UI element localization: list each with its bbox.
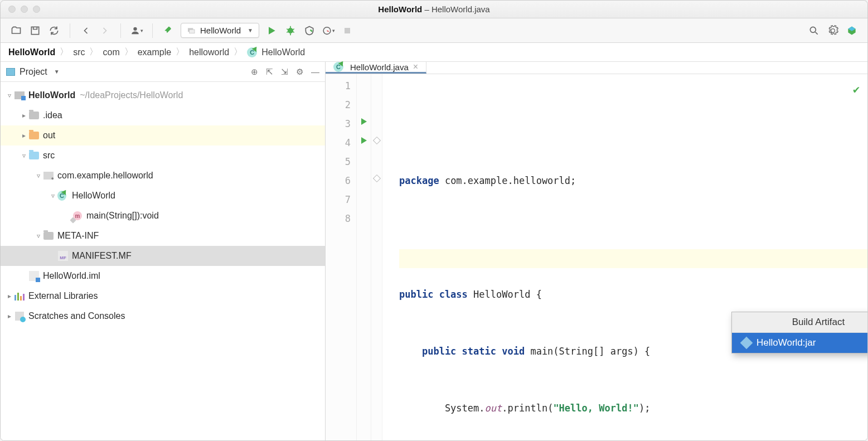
sidebar-header: Project ▼ ⊕ ⇱ ⇲ ⚙ —: [1, 62, 325, 82]
library-icon: [14, 292, 25, 301]
project-view-label[interactable]: Project: [20, 67, 47, 77]
chevron-down-icon: ▼: [248, 27, 253, 33]
collapse-all-icon[interactable]: ⇲: [281, 67, 288, 77]
line-gutter: 12345678: [326, 74, 357, 441]
tree-item-metainf[interactable]: ▿ META-INF: [1, 226, 325, 246]
folder-icon: [43, 232, 54, 240]
close-tab-icon[interactable]: ×: [413, 62, 418, 72]
run-config-selector[interactable]: HelloWorld ▼: [181, 23, 259, 38]
tree-item-external-libs[interactable]: ▸ External Libraries: [1, 286, 325, 306]
expand-all-icon[interactable]: ⇱: [266, 67, 273, 77]
inspection-ok-icon[interactable]: ✔: [853, 80, 860, 99]
class-icon: C: [247, 47, 257, 57]
svg-rect-0: [31, 27, 38, 34]
icon-gutter: [357, 74, 371, 441]
profile-icon[interactable]: ▾: [322, 24, 335, 37]
override-icon[interactable]: [372, 175, 380, 182]
breadcrumb-bar: HelloWorld 〉 src 〉 com 〉 example 〉 hello…: [1, 43, 867, 62]
save-icon[interactable]: [28, 24, 42, 37]
main-toolbar: ▾ HelloWorld ▼ ▾: [1, 18, 867, 43]
class-icon: C: [57, 191, 66, 201]
tree-item-idea[interactable]: ▸ .idea: [1, 105, 325, 125]
gear-icon[interactable]: ⚙: [296, 67, 303, 77]
build-artifact-menu: Build Artifact HelloWorld:jar ▶: [731, 312, 868, 353]
iml-icon: [29, 271, 39, 281]
avatar-icon[interactable]: ▾: [130, 24, 143, 37]
project-view-icon: [6, 68, 15, 76]
svg-rect-6: [345, 28, 350, 33]
tree-item-out[interactable]: ▸ out: [1, 125, 325, 146]
chevron-right-icon: 〉: [231, 46, 245, 58]
build-icon[interactable]: [162, 24, 175, 37]
breadcrumb-item[interactable]: HelloWorld: [8, 47, 55, 57]
select-opened-icon[interactable]: ⊕: [251, 67, 258, 77]
chevron-right-icon: 〉: [87, 46, 100, 58]
editor-area: C HelloWorld.java × 12345678 package com…: [326, 62, 867, 440]
code-editor[interactable]: 12345678 package com.example.helloworld;…: [326, 74, 867, 441]
breadcrumb-item[interactable]: example: [138, 47, 171, 57]
window-titlebar: HelloWorld – HelloWorld.java: [1, 1, 867, 18]
chevron-right-icon: 〉: [173, 46, 187, 58]
jetbrains-icon[interactable]: [845, 24, 859, 37]
manifest-icon: [58, 251, 68, 261]
debug-icon[interactable]: [284, 24, 297, 37]
tree-item-scratches[interactable]: ▸ Scratches and Consoles: [1, 306, 325, 326]
menu-title: Build Artifact: [732, 312, 868, 333]
run-config-label: HelloWorld: [200, 26, 241, 35]
stop-icon: [341, 24, 354, 37]
tab-label: HelloWorld.java: [350, 62, 409, 72]
package-icon: [43, 172, 54, 180]
breadcrumb-item[interactable]: HelloWorld: [261, 47, 305, 57]
coverage-icon[interactable]: [303, 24, 316, 37]
project-tree: ▿ HelloWorld ~/IdeaProjects/HelloWorld ▸…: [1, 82, 325, 440]
breadcrumb-item[interactable]: helloworld: [189, 47, 229, 57]
run-icon[interactable]: [265, 24, 278, 37]
breadcrumb-item[interactable]: com: [103, 47, 119, 57]
svg-rect-3: [190, 30, 195, 33]
method-icon: m: [73, 211, 82, 220]
menu-item-artifact[interactable]: HelloWorld:jar ▶: [732, 333, 868, 353]
chevron-right-icon: 〉: [122, 46, 135, 58]
tree-item-package[interactable]: ▿ com.example.helloworld: [1, 166, 325, 186]
search-icon[interactable]: [807, 24, 821, 37]
window-title: HelloWorld – HelloWorld.java: [1, 4, 867, 14]
sync-icon[interactable]: [47, 24, 61, 37]
chevron-right-icon: 〉: [57, 46, 71, 58]
run-gutter-icon[interactable]: [361, 137, 367, 144]
hide-icon[interactable]: —: [311, 67, 319, 77]
svg-point-7: [810, 27, 816, 32]
folder-icon: [29, 152, 39, 159]
tree-item-iml[interactable]: HelloWorld.iml: [1, 266, 325, 286]
current-line-highlight: [399, 249, 867, 268]
project-sidebar: Project ▼ ⊕ ⇱ ⇲ ⚙ — ▿ HelloWorld ~/IdeaP…: [1, 62, 326, 440]
jar-icon: [740, 337, 753, 350]
code-content[interactable]: package com.example.helloworld; public c…: [382, 74, 867, 441]
editor-tab[interactable]: C HelloWorld.java ×: [326, 62, 426, 74]
tree-root[interactable]: ▿ HelloWorld ~/IdeaProjects/HelloWorld: [1, 85, 325, 105]
folder-icon: [29, 132, 39, 139]
svg-point-4: [288, 28, 293, 33]
class-icon: C: [333, 62, 343, 72]
run-gutter-icon[interactable]: [361, 118, 367, 125]
override-icon[interactable]: [372, 137, 380, 144]
chevron-down-icon[interactable]: ▼: [54, 69, 60, 75]
back-icon[interactable]: [79, 24, 93, 37]
editor-tabs: C HelloWorld.java ×: [326, 62, 867, 74]
breadcrumb-item[interactable]: src: [73, 47, 85, 57]
forward-icon[interactable]: [98, 24, 111, 37]
tree-item-src[interactable]: ▿ src: [1, 146, 325, 166]
svg-point-1: [133, 27, 137, 30]
module-icon: [14, 91, 25, 99]
open-icon[interactable]: [9, 24, 23, 37]
override-gutter: [371, 74, 382, 441]
settings-icon[interactable]: [826, 24, 840, 37]
scratches-icon: [15, 312, 24, 321]
tree-item-manifest[interactable]: MANIFEST.MF: [1, 246, 325, 266]
tree-item-class[interactable]: ▿ C HelloWorld: [1, 186, 325, 206]
tree-item-method[interactable]: m main(String[]):void: [1, 206, 325, 226]
folder-icon: [29, 112, 39, 119]
